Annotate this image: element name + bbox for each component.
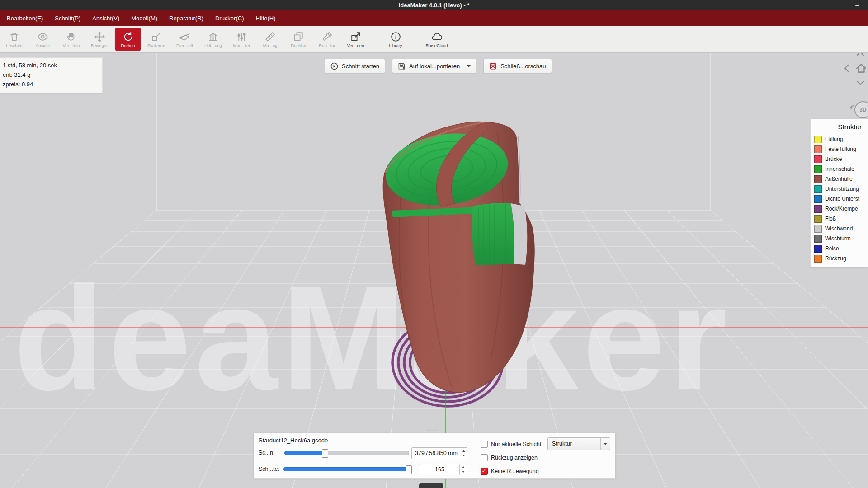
- dropdown-caret: [600, 438, 610, 450]
- move-arrows-icon: [94, 31, 105, 42]
- tool-measure[interactable]: Ma...ng: [256, 27, 284, 52]
- save-icon: [398, 62, 406, 70]
- legend-item-aussenhuelle: Außenhülle: [811, 174, 868, 184]
- wrench-icon: [321, 31, 333, 42]
- color-swatch: [814, 175, 822, 183]
- spinner-arrows[interactable]: [459, 464, 467, 475]
- color-swatch: [814, 185, 822, 193]
- legend-item-floss: Floß: [811, 214, 868, 224]
- window-chrome: ideaMaker 4.0.1 (Hevo) - * – Bearbeiten(…: [0, 0, 868, 53]
- layer-slider-thumb[interactable]: [322, 449, 328, 458]
- panel-drag-handle[interactable]: ·····: [0, 427, 868, 433]
- view-3d-toggle[interactable]: 3D: [852, 100, 868, 118]
- menu-schnitt[interactable]: Schnitt(P): [49, 10, 86, 26]
- menu-reparatur[interactable]: Reparatur(R): [163, 10, 209, 26]
- play-icon: [330, 62, 338, 70]
- chevron-left-icon[interactable]: [842, 63, 852, 73]
- tool-scale[interactable]: Skalieren: [142, 27, 170, 52]
- chevron-down-icon: [604, 443, 607, 445]
- menu-drucker[interactable]: Drucker(C): [209, 10, 250, 26]
- layer-spinbox[interactable]: 379 / 56.850 mm: [411, 447, 467, 459]
- menu-hilfe[interactable]: Hilfe(H): [250, 10, 281, 26]
- spin-down-icon[interactable]: [462, 471, 465, 473]
- tool-preview-toggle[interactable]: Ver...den: [341, 27, 370, 52]
- viewport-3d[interactable]: ideaMaker: [0, 0, 868, 488]
- legend-item-feste-fuellung: Feste füllung: [811, 144, 868, 154]
- legend-item-innenschale: Innenschale: [811, 164, 868, 174]
- checkbox-box-checked[interactable]: [481, 468, 488, 475]
- tool-pan[interactable]: Ver...ben: [57, 27, 85, 52]
- tool-modifier[interactable]: Mod...rer: [227, 27, 256, 52]
- menubar: Bearbeiten(E) Schnitt(P) Ansicht(V) Mode…: [0, 10, 868, 26]
- tool-duplicate[interactable]: Duplikat: [284, 27, 313, 52]
- trash-icon: [9, 31, 20, 42]
- toolbar: Löschen Ansicht Ver...ben Bewegen Drehen…: [0, 26, 868, 53]
- spinner-arrows[interactable]: [460, 448, 467, 459]
- cut-plane-icon: [179, 31, 190, 42]
- color-swatch: [814, 165, 822, 173]
- spin-down-icon[interactable]: [462, 455, 465, 456]
- tool-free-cut[interactable]: Frei...nitt: [170, 27, 199, 52]
- home-icon[interactable]: [855, 62, 867, 74]
- checkbox-box[interactable]: [481, 441, 488, 448]
- filament-amount: ent: 31.4 g: [3, 70, 99, 80]
- tool-view[interactable]: Ansicht: [28, 27, 57, 52]
- scale-icon: [151, 31, 162, 42]
- chevron-down-icon: [467, 65, 471, 67]
- eye-icon: [37, 31, 48, 42]
- color-swatch: [814, 245, 822, 253]
- watermark-ideamaker: ideaMaker: [0, 254, 731, 421]
- minimize-button[interactable]: –: [855, 0, 859, 10]
- tool-repair[interactable]: Rep...tur: [313, 27, 341, 52]
- legend-item-unterstuetzung: Unterstützung: [811, 184, 868, 194]
- titlebar: ideaMaker 4.0.1 (Hevo) - * –: [0, 0, 868, 10]
- spin-up-icon[interactable]: [462, 466, 465, 468]
- checkbox-show-retraction[interactable]: Rückzug anzeigen: [481, 454, 538, 461]
- chevron-down-icon[interactable]: [855, 78, 865, 88]
- start-slice-button[interactable]: Schnitt starten: [325, 59, 385, 73]
- checkbox-box[interactable]: [481, 454, 488, 461]
- legend-item-rock-krempe: Rock/Krempe: [811, 204, 868, 214]
- duplicate-icon: [293, 31, 304, 42]
- color-swatch: [814, 136, 822, 143]
- step-spinbox[interactable]: 165: [419, 464, 467, 475]
- gcode-filename: Stardust12_Heck6a.gcode: [259, 437, 328, 444]
- layer-slider[interactable]: [284, 451, 409, 455]
- checkbox-current-layer[interactable]: Nur aktuelle Schicht: [481, 441, 541, 448]
- spin-up-icon[interactable]: [462, 450, 465, 452]
- tool-library[interactable]: Library: [380, 27, 411, 52]
- tool-rotate[interactable]: Drehen: [115, 28, 141, 51]
- support-pillars-icon: [208, 31, 219, 42]
- step-slider[interactable]: [283, 467, 411, 471]
- tool-support[interactable]: Unt...ung: [199, 27, 227, 52]
- legend-item-wischturm: Wischturm: [811, 234, 868, 244]
- preview-control-panel: Stardust12_Heck6a.gcode Sc...n: 379 / 56…: [254, 433, 615, 479]
- dock-peek-tab[interactable]: [419, 483, 443, 488]
- close-preview-icon: [489, 62, 497, 70]
- view-mode-dropdown[interactable]: Struktur: [547, 437, 610, 450]
- step-slider-label: Sch...te:: [259, 466, 279, 472]
- color-swatch: [814, 255, 822, 263]
- sliders-icon: [236, 31, 247, 42]
- menu-modell[interactable]: Modell(M): [125, 10, 163, 26]
- color-swatch: [814, 235, 822, 243]
- step-slider-thumb[interactable]: [406, 465, 412, 474]
- tool-delete[interactable]: Löschen: [0, 27, 28, 52]
- checkbox-no-travel[interactable]: Keine R...ewegung: [481, 468, 539, 475]
- menu-bearbeiten[interactable]: Bearbeiten(E): [1, 10, 49, 26]
- color-swatch: [814, 145, 822, 153]
- color-swatch: [814, 215, 822, 223]
- tool-raisecloud[interactable]: RaiseCloud: [416, 27, 458, 52]
- color-swatch: [814, 225, 822, 233]
- step-slider-fill: [283, 467, 411, 471]
- print-info-box: 1 std, 58 min, 20 sek ent: 31.4 g zpreis…: [0, 57, 103, 93]
- info-circle-icon: [390, 31, 401, 42]
- layer-slider-fill: [284, 451, 326, 455]
- legend-item-fuellung: Füllung: [811, 134, 868, 144]
- close-preview-button[interactable]: Schließ...orschau: [483, 59, 552, 73]
- color-swatch: [814, 195, 822, 203]
- tool-move[interactable]: Bewegen: [85, 27, 114, 52]
- legend-item-wischwand: Wischwand: [811, 224, 868, 234]
- export-local-button[interactable]: Auf lokal...portieren: [392, 59, 476, 73]
- menu-ansicht[interactable]: Ansicht(V): [86, 10, 125, 26]
